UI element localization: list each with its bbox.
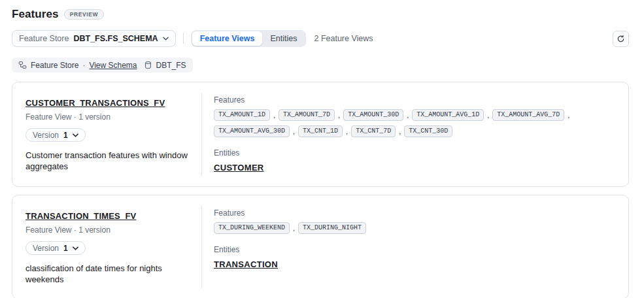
toolbar-divider [183, 33, 184, 44]
feature-view-card-transaction-times: TRANSACTION_TIMES_FV Feature View · 1 ve… [12, 195, 629, 298]
feature-view-title-link[interactable]: CUSTOMER_TRANSACTIONS_FV [25, 98, 165, 108]
breadcrumb-database: DBT_FS [156, 61, 186, 70]
feature-store-dropdown[interactable]: Feature Store DBT_FS.FS_SCHEMA [12, 30, 176, 47]
feature-view-subtitle: Feature View · 1 version [25, 225, 188, 235]
preview-badge: PREVIEW [64, 9, 104, 20]
feature-chip-list: TX_DURING_WEEKEND,TX_DURING_NIGHT [214, 222, 613, 234]
chevron-down-icon [73, 246, 78, 250]
view-schema-link[interactable]: View Schema [89, 61, 137, 70]
feature-view-description: classification of date times for nights … [25, 263, 188, 286]
entities-label: Entities [214, 245, 613, 254]
chevron-down-icon [163, 37, 169, 41]
feature-views-count: 2 Feature Views [314, 34, 373, 43]
database-icon [144, 61, 152, 69]
version-value: 1 [63, 244, 68, 253]
chip-separator: , [346, 127, 348, 135]
feature-chip: TX_AMOUNT_1D [214, 109, 270, 121]
feature-chip: TX_AMOUNT_30D [343, 109, 403, 121]
features-page: Features PREVIEW Feature Store DBT_FS.FS… [0, 0, 644, 298]
page-title: Features [12, 8, 59, 21]
entity-link[interactable]: TRANSACTION [214, 259, 278, 269]
feature-view-list: CUSTOMER_TRANSACTIONS_FV Feature View · … [12, 82, 629, 298]
chip-separator: , [399, 127, 401, 135]
feature-store-value: DBT_FS.FS_SCHEMA [73, 34, 158, 43]
chip-separator: , [487, 111, 489, 119]
chip-separator: , [273, 111, 275, 119]
chip-separator: , [293, 224, 295, 232]
feature-store-label: Feature Store [19, 34, 69, 43]
breadcrumb-store-label: Feature Store [31, 61, 78, 70]
feature-chip: TX_CNT_30D [404, 125, 452, 137]
breadcrumb: Feature Store · View Schema DBT_FS [12, 58, 193, 73]
features-label: Features [214, 208, 613, 218]
refresh-button[interactable] [613, 31, 629, 47]
version-label: Version [33, 131, 59, 140]
feature-chip: TX_AMOUNT_AVG_7D [492, 109, 564, 121]
chip-separator: , [568, 111, 569, 119]
version-dropdown[interactable]: Version 1 [25, 241, 86, 255]
features-label: Features [214, 95, 613, 105]
feature-chip: TX_DURING_WEEKEND [214, 222, 290, 234]
chip-separator: , [407, 111, 409, 119]
feature-chip-list: TX_AMOUNT_1D,TX_AMOUNT_7D,TX_AMOUNT_30D,… [214, 109, 613, 137]
breadcrumb-separator: · [82, 61, 85, 70]
chip-separator: , [293, 127, 295, 135]
card-details: Features TX_DURING_WEEKEND,TX_DURING_NIG… [202, 195, 628, 298]
tab-feature-views[interactable]: Feature Views [192, 31, 263, 46]
chevron-down-icon [73, 133, 78, 137]
version-label: Version [33, 244, 59, 253]
feature-chip: TX_AMOUNT_AVG_1D [412, 109, 484, 121]
tab-entities[interactable]: Entities [262, 31, 305, 46]
feature-chip: TX_AMOUNT_7D [279, 109, 335, 121]
view-tabs: Feature Views Entities [191, 30, 307, 47]
entity-link[interactable]: CUSTOMER [214, 163, 264, 173]
version-value: 1 [63, 131, 68, 140]
toolbar: Feature Store DBT_FS.FS_SCHEMA Feature V… [12, 30, 629, 47]
feature-view-description: Customer transaction features with windo… [25, 150, 188, 173]
feature-view-card-customer-transactions: CUSTOMER_TRANSACTIONS_FV Feature View · … [12, 82, 629, 187]
card-summary: TRANSACTION_TIMES_FV Feature View · 1 ve… [12, 195, 201, 298]
card-details: Features TX_AMOUNT_1D,TX_AMOUNT_7D,TX_AM… [202, 82, 628, 186]
feature-chip: TX_CNT_1D [298, 125, 343, 137]
feature-chip: TX_CNT_7D [351, 125, 396, 137]
feature-chip: TX_DURING_NIGHT [298, 222, 366, 234]
chip-separator: , [338, 111, 340, 119]
breadcrumb-row: Feature Store · View Schema DBT_FS [12, 58, 629, 73]
refresh-icon [617, 35, 625, 43]
version-dropdown[interactable]: Version 1 [25, 128, 86, 142]
entities-label: Entities [214, 148, 613, 157]
feature-view-subtitle: Feature View · 1 version [25, 112, 188, 122]
card-summary: CUSTOMER_TRANSACTIONS_FV Feature View · … [12, 82, 201, 186]
feature-chip: TX_AMOUNT_AVG_30D [214, 125, 290, 137]
page-header: Features PREVIEW [12, 8, 629, 21]
feature-view-title-link[interactable]: TRANSACTION_TIMES_FV [25, 211, 136, 221]
schema-icon [18, 61, 27, 69]
